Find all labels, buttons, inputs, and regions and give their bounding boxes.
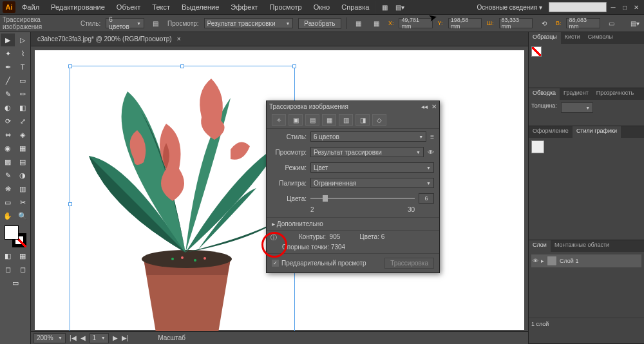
tab-layers[interactable]: Слои	[529, 240, 551, 252]
gradient-mode-icon[interactable]: ▦	[15, 249, 30, 262]
document-close-icon[interactable]: ×	[177, 35, 181, 43]
preset-bw-icon[interactable]: ◨	[355, 114, 370, 126]
tp-preview-dropdown[interactable]: Результат трассировки▼	[310, 147, 424, 157]
nav-first-icon[interactable]: |◀	[70, 334, 77, 341]
tab-swatches[interactable]: Образцы	[529, 32, 561, 44]
mesh-tool[interactable]: ▩	[1, 155, 15, 168]
tp-trace-button[interactable]: Трассировка	[384, 258, 434, 269]
tp-style-dropdown[interactable]: 6 цветов▼	[310, 131, 426, 142]
visibility-icon[interactable]: 👁	[533, 258, 538, 264]
preset-auto-icon[interactable]: ✧	[272, 114, 286, 126]
menu-help[interactable]: Справка	[336, 1, 374, 13]
perspective-tool[interactable]: ▦	[15, 142, 30, 155]
hand-tool[interactable]: ✋	[1, 209, 15, 222]
image-trace-panel[interactable]: Трассировка изображения ◂◂✕ ✧ ▣ ▤ ▦ ▥ ◨ …	[266, 100, 440, 273]
panel-collapse-icon[interactable]: ◂◂	[421, 103, 428, 110]
gradient-tool[interactable]: ▤	[15, 155, 30, 168]
tab-appearance[interactable]: Оформление	[529, 126, 573, 138]
graph-tool[interactable]: ▥	[15, 182, 30, 195]
pencil-tool[interactable]: ✏	[15, 88, 30, 100]
menu-object[interactable]: Объект	[111, 1, 146, 13]
layer-name[interactable]: Слой 1	[560, 258, 578, 264]
menu-view[interactable]: Просмотр	[264, 1, 307, 13]
tp-eye-icon[interactable]: 👁	[428, 149, 434, 156]
zoom-tool[interactable]: 🔍	[15, 209, 30, 222]
tab-brushes[interactable]: Кисти	[561, 32, 584, 44]
eyedropper-tool[interactable]: ✎	[1, 169, 15, 182]
opt-menu-icon[interactable]: ▤▾	[629, 17, 641, 30]
swatch-none-icon[interactable]	[531, 46, 542, 57]
link-icon[interactable]: ⟲	[538, 17, 551, 30]
tab-transparency[interactable]: Прозрачность	[592, 88, 638, 100]
tp-colors-slider[interactable]	[310, 194, 415, 203]
tp-colors-field[interactable]: 6	[419, 193, 434, 204]
document-tab-title[interactable]: c3ahce70c3fa3.jpg* @ 200% (RGB/Просмотр)	[37, 35, 172, 43]
blend-tool[interactable]: ◑	[15, 169, 30, 182]
expand-button[interactable]: Разобрать	[298, 18, 341, 29]
close-icon[interactable]: ✕	[631, 3, 641, 12]
fill-stroke-indicator[interactable]	[5, 225, 26, 247]
screen-mode-icon[interactable]: ▭	[8, 276, 23, 289]
draw-normal-icon[interactable]: ◻	[1, 263, 15, 276]
brush-tool[interactable]: ✎	[1, 88, 15, 100]
nav-prev-icon[interactable]: ◀	[80, 334, 86, 341]
zoom-dropdown[interactable]: 200%▼	[33, 333, 66, 343]
artboard-nav[interactable]: 1▼	[90, 333, 109, 343]
transform-icon[interactable]: ▦	[352, 17, 365, 30]
color-mode-icon[interactable]: ◧	[1, 249, 15, 262]
tab-graphic-styles[interactable]: Стили графики	[573, 126, 621, 138]
type-tool[interactable]: T	[15, 61, 30, 73]
default-style-icon[interactable]	[531, 140, 544, 153]
menu-select[interactable]: Выделение	[176, 1, 224, 13]
menu-file[interactable]: Файл	[17, 1, 44, 13]
lasso-tool[interactable]: ⌇	[15, 47, 30, 60]
artboard-tool[interactable]: ▭	[1, 196, 15, 209]
preset-gray-icon[interactable]: ▥	[339, 114, 353, 126]
tp-palette-dropdown[interactable]: Ограниченная▼	[310, 178, 434, 188]
magic-wand-tool[interactable]: ✦	[1, 47, 15, 60]
tab-symbols[interactable]: Символы	[584, 32, 617, 44]
layout-icon[interactable]: ▦	[377, 1, 392, 14]
eraser-tool[interactable]: ◧	[15, 101, 30, 114]
blob-brush-tool[interactable]: ◐	[1, 101, 15, 114]
panel-close-icon[interactable]: ✕	[431, 103, 437, 110]
expand-layer-icon[interactable]: ▸	[541, 258, 544, 264]
tp-mode-dropdown[interactable]: Цвет▼	[310, 162, 434, 173]
y-field[interactable]: 198,58 mm	[448, 18, 482, 28]
line-tool[interactable]: ╱	[1, 74, 15, 87]
shape-builder-tool[interactable]: ◉	[1, 142, 15, 155]
rectangle-tool[interactable]: ▭	[15, 74, 30, 87]
layer-row[interactable]: 👁 ▸ Слой 1	[531, 254, 641, 267]
tab-artboards[interactable]: Монтажные области	[551, 240, 613, 252]
menu-window[interactable]: Окно	[308, 1, 336, 13]
style-dropdown[interactable]: 6 цветов▼	[106, 18, 144, 28]
preset-outline-icon[interactable]: ◇	[372, 114, 386, 126]
tab-stroke[interactable]: Обводка	[529, 88, 560, 100]
rotate-tool[interactable]: ⟳	[1, 115, 15, 128]
free-transform-tool[interactable]: ◈	[15, 128, 30, 141]
width-tool[interactable]: ⇔	[1, 128, 15, 141]
preset-photo-lo-icon[interactable]: ▤	[305, 114, 319, 126]
tp-preview-checkbox[interactable]: ✓ Предварительный просмотр	[272, 260, 366, 267]
selection-tool[interactable]: ▶	[1, 33, 15, 46]
menu-edit[interactable]: Редактирование	[46, 1, 110, 13]
scale-tool[interactable]: ⤢	[15, 115, 30, 128]
h-field[interactable]: 88,083 mm	[566, 18, 600, 28]
search-input[interactable]	[549, 2, 607, 12]
preview-dropdown[interactable]: Результат трассировки▼	[204, 18, 294, 28]
minimize-icon[interactable]: ─	[608, 3, 618, 12]
direct-selection-tool[interactable]: ▷	[15, 33, 30, 46]
draw-behind-icon[interactable]: ◻	[15, 263, 30, 276]
shape-icon[interactable]: ▭	[605, 17, 618, 30]
maximize-icon[interactable]: □	[620, 3, 630, 12]
x-field[interactable]: 49,781 mm	[399, 18, 432, 28]
align-icon[interactable]: ▦	[370, 17, 383, 30]
menu-text[interactable]: Текст	[147, 1, 175, 13]
trace-panel-icon[interactable]: ▤	[149, 17, 162, 30]
w-field[interactable]: 83,333 mm	[499, 18, 533, 28]
workspace-dropdown[interactable]: Основные сведения ▾	[472, 3, 547, 12]
menu-effect[interactable]: Эффект	[225, 1, 263, 13]
nav-next-icon[interactable]: ▶	[113, 334, 118, 341]
arrange-icon[interactable]: ▤▾	[393, 1, 407, 14]
stroke-weight-dropdown[interactable]: ▼	[561, 102, 593, 113]
